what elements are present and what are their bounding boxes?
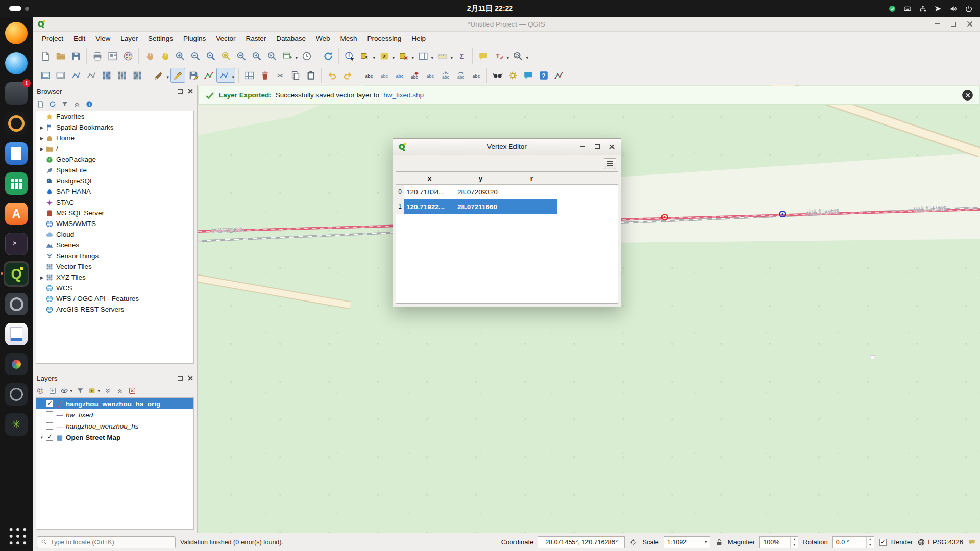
- browser-item[interactable]: GeoPackage: [36, 154, 193, 165]
- extent-tracking-icon[interactable]: [629, 538, 638, 546]
- magnifier-spinbox[interactable]: 100% ▴▾: [760, 536, 798, 548]
- browser-item[interactable]: MS SQL Server: [36, 208, 193, 218]
- style-manager[interactable]: [120, 48, 135, 63]
- vertex-r-cell[interactable]: [506, 185, 557, 199]
- manage-map-themes[interactable]: [59, 385, 74, 396]
- layer-labeling-options[interactable]: [361, 68, 376, 83]
- layer-item[interactable]: ▾ ▦ Open Street Map: [36, 432, 193, 443]
- power-icon[interactable]: [965, 5, 973, 13]
- spin-down-icon[interactable]: ▾: [791, 542, 798, 548]
- menu-item[interactable]: Processing: [362, 32, 407, 46]
- map-themes-preview[interactable]: [490, 68, 505, 83]
- expand-arrow-icon[interactable]: ▶: [38, 275, 45, 280]
- menu-item[interactable]: Plugins: [178, 32, 211, 46]
- menu-item[interactable]: Vector: [211, 32, 240, 46]
- collapse-all[interactable]: [71, 98, 83, 110]
- zoom-last[interactable]: [249, 48, 264, 63]
- zoom-to-layer[interactable]: [234, 48, 249, 63]
- workspace-indicator[interactable]: [9, 6, 29, 11]
- vertex-editor-titlebar[interactable]: Vertex Editor: [393, 139, 621, 155]
- settings[interactable]: [4, 291, 29, 317]
- expand-arrow-icon[interactable]: ▶: [38, 146, 45, 152]
- layer-visibility-checkbox[interactable]: [46, 434, 53, 441]
- locator-input[interactable]: [51, 539, 172, 546]
- close-panel-button[interactable]: [188, 89, 193, 94]
- browser-item[interactable]: ▶ XYZ Tiles: [36, 272, 193, 283]
- stream-digitizing[interactable]: [84, 68, 99, 83]
- statistical-summary[interactable]: [454, 48, 469, 63]
- document-app[interactable]: [4, 141, 29, 166]
- menu-item[interactable]: Settings: [143, 32, 178, 46]
- close-button[interactable]: [608, 143, 616, 151]
- green-flower-app[interactable]: ✳: [4, 412, 29, 437]
- toggle-editing[interactable]: [170, 68, 185, 83]
- vertex-column-header[interactable]: y: [455, 172, 506, 184]
- vertex-column-header[interactable]: x: [404, 172, 455, 184]
- vertex-x-cell[interactable]: 120.71834...: [404, 185, 455, 199]
- open-project[interactable]: [53, 48, 68, 63]
- pan-to-selection[interactable]: [157, 48, 172, 63]
- show-hide-labels[interactable]: [423, 68, 437, 83]
- vertex-row[interactable]: 0 120.71834... 28.07209320: [396, 185, 618, 199]
- panel-splitter[interactable]: [33, 367, 197, 372]
- zoom-out[interactable]: [188, 48, 203, 63]
- expand-all[interactable]: [102, 385, 113, 396]
- python-console[interactable]: [505, 68, 520, 83]
- success-check-icon[interactable]: [888, 5, 896, 13]
- vertex-x-cell[interactable]: 120.71922...: [404, 199, 455, 214]
- keyboard-indicator-icon[interactable]: [903, 5, 912, 13]
- undo[interactable]: [325, 68, 339, 83]
- filter-by-expression[interactable]: [87, 385, 101, 396]
- menu-item[interactable]: Project: [37, 32, 68, 46]
- menu-item[interactable]: Mesh: [335, 32, 362, 46]
- coordinate-input[interactable]: [538, 536, 625, 548]
- select-by-expression[interactable]: [377, 48, 396, 63]
- topology-checker[interactable]: [551, 68, 566, 83]
- layer-diagram-options[interactable]: [377, 68, 391, 83]
- expand-arrow-icon[interactable]: ▾: [38, 435, 45, 440]
- save-layer-edits[interactable]: [186, 68, 201, 83]
- show-applications-button[interactable]: [6, 524, 27, 545]
- deselect-all[interactable]: [396, 48, 415, 63]
- identify-features[interactable]: [342, 48, 357, 63]
- menu-item[interactable]: Database: [271, 32, 311, 46]
- rotation-value[interactable]: 0.0 °: [833, 537, 866, 548]
- map-tips[interactable]: [476, 48, 491, 63]
- lock-scale-icon[interactable]: [715, 538, 723, 546]
- exported-file-link[interactable]: hw_fixed.shp: [383, 91, 424, 99]
- spreadsheet-app[interactable]: [4, 171, 29, 196]
- vertex-editor-menu-button[interactable]: [604, 158, 616, 169]
- close-panel-button[interactable]: [188, 375, 193, 381]
- snapping-options[interactable]: [99, 68, 114, 83]
- messages-log-icon[interactable]: [968, 538, 976, 546]
- show-properties-widget[interactable]: [84, 98, 95, 110]
- save-project[interactable]: [68, 48, 83, 63]
- browser-item[interactable]: Vector Tiles: [36, 261, 193, 272]
- geocoder-search[interactable]: [510, 48, 529, 63]
- browser-item[interactable]: SensorThings: [36, 251, 193, 261]
- firefox[interactable]: [4, 20, 29, 46]
- photos-app[interactable]: [4, 352, 29, 377]
- minimize-button[interactable]: [578, 143, 586, 151]
- blue-orb-app[interactable]: [4, 51, 29, 76]
- refresh-map[interactable]: [321, 48, 335, 63]
- layer-item[interactable]: ╱ hangzhou_wenzhou_hs_orig: [36, 398, 193, 409]
- browser-item[interactable]: ▶ /: [36, 143, 193, 154]
- browser-item[interactable]: SAP HANA: [36, 186, 193, 197]
- layer-visibility-checkbox[interactable]: [46, 411, 53, 418]
- layer-visibility-checkbox[interactable]: [46, 400, 53, 407]
- highlight-pinned-labels[interactable]: [392, 68, 407, 83]
- add-line-feature[interactable]: [201, 68, 216, 83]
- browser-item[interactable]: Cloud: [36, 229, 193, 240]
- menu-item[interactable]: Raster: [240, 32, 271, 46]
- rotate-label[interactable]: [453, 68, 468, 83]
- browser-item[interactable]: ArcGIS REST Servers: [36, 304, 193, 315]
- refresh-browser[interactable]: [47, 98, 58, 110]
- menu-item[interactable]: Web: [311, 32, 335, 46]
- pan-map[interactable]: [142, 48, 157, 63]
- cad-construction[interactable]: [53, 68, 68, 83]
- browser-item[interactable]: SpatiaLite: [36, 165, 193, 176]
- maximize-button[interactable]: [949, 20, 958, 28]
- map-canvas[interactable]: 杭温高速铁路 杭温高速铁路 杭温高速铁路 Layer Exported: Suc…: [198, 85, 980, 533]
- zoom-in[interactable]: [173, 48, 187, 63]
